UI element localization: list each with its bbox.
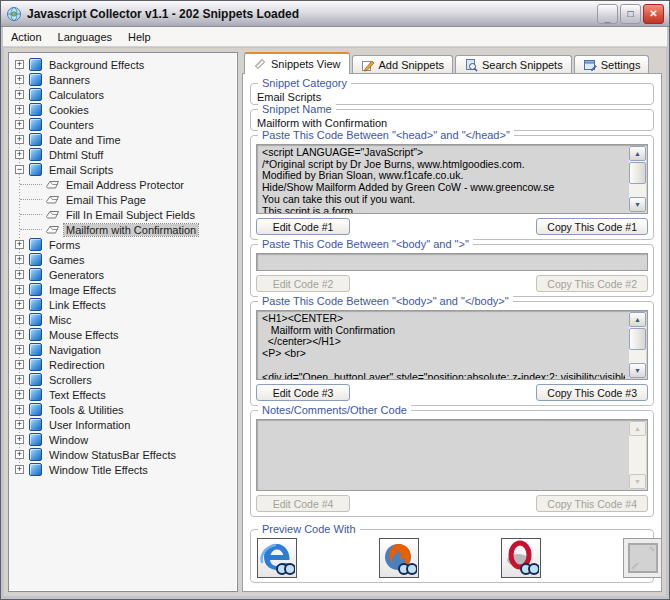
tree-item[interactable]: +Date and Time <box>9 132 237 147</box>
tab-add-snippets[interactable]: Add Snippets <box>352 55 453 74</box>
tree-item[interactable]: +Text Effects <box>9 387 237 402</box>
tree-item[interactable]: +Mouse Effects <box>9 327 237 342</box>
tree-item-label[interactable]: Scrollers <box>47 374 94 386</box>
expand-toggle-icon[interactable]: + <box>15 240 24 249</box>
tree-item[interactable]: +Generators <box>9 267 237 282</box>
expand-toggle-icon[interactable]: + <box>15 405 24 414</box>
tree-item-label[interactable]: Email This Page <box>64 194 148 206</box>
tree-item-label[interactable]: Dhtml Stuff <box>47 149 105 161</box>
edit-code-3-button[interactable]: Edit Code #3 <box>256 384 350 401</box>
expand-toggle-icon[interactable]: + <box>15 105 24 114</box>
minimize-button[interactable]: _ <box>597 4 618 24</box>
close-button[interactable]: ✕ <box>643 4 664 24</box>
tree-item-label[interactable]: Window StatusBar Effects <box>47 449 178 461</box>
expand-toggle-icon[interactable]: + <box>15 330 24 339</box>
tree-item-label[interactable]: Date and Time <box>47 134 123 146</box>
head-code-scrollbar[interactable]: ▲ ▼ <box>629 146 646 212</box>
expand-toggle-icon[interactable]: + <box>15 270 24 279</box>
tree-item[interactable]: +Link Effects <box>9 297 237 312</box>
scroll-up-icon[interactable]: ▲ <box>629 312 646 327</box>
scroll-thumb[interactable] <box>629 162 646 184</box>
expand-toggle-icon[interactable]: + <box>15 285 24 294</box>
tree-item-label[interactable]: Games <box>47 254 86 266</box>
tree-item[interactable]: Mailform with Confirmation <box>9 222 237 237</box>
tree-item-label[interactable]: User Information <box>47 419 132 431</box>
tab-search-snippets[interactable]: Search Snippets <box>455 55 572 74</box>
expand-toggle-icon[interactable]: + <box>15 360 24 369</box>
tree-item-label[interactable]: Counters <box>47 119 96 131</box>
expand-toggle-icon[interactable]: + <box>15 90 24 99</box>
expand-toggle-icon[interactable]: + <box>15 315 24 324</box>
tree-item[interactable]: +Window Title Effects <box>9 462 237 477</box>
tree-item[interactable]: +Games <box>9 252 237 267</box>
tree-item-label[interactable]: Mailform with Confirmation <box>64 224 198 236</box>
tree-item[interactable]: +Misc <box>9 312 237 327</box>
preview-opera-button[interactable] <box>501 538 541 578</box>
tree-item-label[interactable]: Mouse Effects <box>47 329 121 341</box>
tree-item-label[interactable]: Banners <box>47 74 92 86</box>
expand-toggle-icon[interactable]: + <box>15 150 24 159</box>
expand-toggle-icon[interactable]: + <box>15 120 24 129</box>
expand-toggle-icon[interactable]: + <box>15 135 24 144</box>
tree-item-label[interactable]: Fill In Email Subject Fields <box>64 209 197 221</box>
tree-item[interactable]: +Calculators <box>9 87 237 102</box>
tree-item-label[interactable]: Window <box>47 434 90 446</box>
collapse-toggle-icon[interactable]: − <box>15 165 24 174</box>
tree-item[interactable]: +Counters <box>9 117 237 132</box>
expand-toggle-icon[interactable]: + <box>15 375 24 384</box>
tree-item-label[interactable]: Generators <box>47 269 106 281</box>
tab-snippets-view[interactable]: Snippets View <box>244 52 350 74</box>
body-code-scrollbar[interactable]: ▲ ▼ <box>629 312 646 378</box>
head-code-box[interactable]: <script LANGUAGE="JavaScript"> /*Origina… <box>256 144 648 214</box>
expand-toggle-icon[interactable]: + <box>15 390 24 399</box>
tree-item[interactable]: +Window <box>9 432 237 447</box>
tree-item-label[interactable]: Tools & Utilities <box>47 404 126 416</box>
tree-item-label[interactable]: Forms <box>47 239 82 251</box>
tree-item[interactable]: +Redirection <box>9 357 237 372</box>
expand-toggle-icon[interactable]: + <box>15 345 24 354</box>
scroll-down-icon[interactable]: ▼ <box>629 197 646 212</box>
tree-item-label[interactable]: Navigation <box>47 344 103 356</box>
tree-item-label[interactable]: Link Effects <box>47 299 108 311</box>
preview-ie-button[interactable] <box>257 538 297 578</box>
menu-help[interactable]: Help <box>120 29 159 45</box>
expand-toggle-icon[interactable]: + <box>15 300 24 309</box>
tree-item[interactable]: +Dhtml Stuff <box>9 147 237 162</box>
tree-item[interactable]: −Email Scripts <box>9 162 237 177</box>
scroll-up-icon[interactable]: ▲ <box>629 146 646 161</box>
tree-item[interactable]: +Forms <box>9 237 237 252</box>
menu-action[interactable]: Action <box>3 29 50 45</box>
expand-toggle-icon[interactable]: + <box>15 60 24 69</box>
tree-item[interactable]: +Background Effects <box>9 57 237 72</box>
expand-toggle-icon[interactable]: + <box>15 420 24 429</box>
copy-code-3-button[interactable]: Copy This Code #3 <box>536 384 648 401</box>
body-code-box[interactable]: <H1><CENTER> Mailform with Confirmation … <box>256 310 648 380</box>
tree-item[interactable]: Email Address Protector <box>9 177 237 192</box>
tree-item-label[interactable]: Email Address Protector <box>64 179 186 191</box>
expand-toggle-icon[interactable]: + <box>15 435 24 444</box>
tab-settings[interactable]: Settings <box>574 55 650 74</box>
tree-item-label[interactable]: Background Effects <box>47 59 146 71</box>
copy-code-1-button[interactable]: Copy This Code #1 <box>536 218 648 235</box>
tree-item[interactable]: +Navigation <box>9 342 237 357</box>
tree-item-label[interactable]: Image Effects <box>47 284 118 296</box>
tree-item[interactable]: +Banners <box>9 72 237 87</box>
edit-code-1-button[interactable]: Edit Code #1 <box>256 218 350 235</box>
tree-item[interactable]: +Cookies <box>9 102 237 117</box>
tree-item[interactable]: +Tools & Utilities <box>9 402 237 417</box>
expand-toggle-icon[interactable]: + <box>15 75 24 84</box>
menu-languages[interactable]: Languages <box>50 29 120 45</box>
tree-item-label[interactable]: Window Title Effects <box>47 464 150 476</box>
maximize-button[interactable]: □ <box>620 4 641 24</box>
tree-item[interactable]: +Scrollers <box>9 372 237 387</box>
tree-item[interactable]: Fill In Email Subject Fields <box>9 207 237 222</box>
tree-item-label[interactable]: Calculators <box>47 89 106 101</box>
scroll-thumb[interactable] <box>629 328 646 350</box>
tree-item[interactable]: +Image Effects <box>9 282 237 297</box>
expand-toggle-icon[interactable]: + <box>15 255 24 264</box>
expand-toggle-icon[interactable]: + <box>15 450 24 459</box>
tree-item-label[interactable]: Redirection <box>47 359 107 371</box>
tree-item-label[interactable]: Cookies <box>47 104 91 116</box>
tree-item[interactable]: Email This Page <box>9 192 237 207</box>
tree-item-label[interactable]: Email Scripts <box>47 164 115 176</box>
